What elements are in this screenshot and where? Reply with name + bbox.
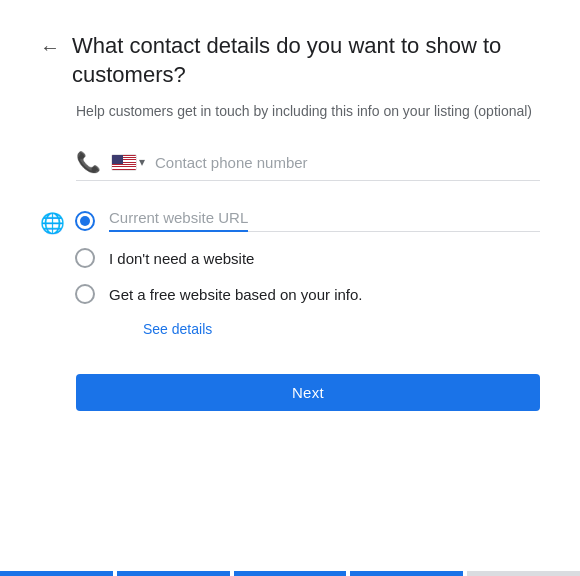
page-container: ← What contact details do you want to sh… [0,0,580,571]
radio-free-website[interactable] [75,284,95,304]
phone-placeholder[interactable]: Contact phone number [155,154,540,171]
radio-no-website[interactable] [75,248,95,268]
us-flag-icon [111,154,137,171]
progress-segment-2 [117,571,230,576]
option-current-website[interactable]: Current website URL [75,209,540,232]
header-row: ← What contact details do you want to sh… [40,32,540,89]
progress-segment-4 [350,571,463,576]
phone-input-row: 📞 ▾ [76,150,540,181]
free-website-label: Get a free website based on your info. [109,286,362,303]
progress-segment-3 [234,571,347,576]
progress-segment-1 [0,571,113,576]
page-title: What contact details do you want to show… [72,32,540,89]
current-url-placeholder[interactable]: Current website URL [109,209,248,232]
no-website-label: I don't need a website [109,250,254,267]
phone-icon: 📞 [76,150,101,174]
progress-bar [0,571,580,576]
subtitle-text: Help customers get in touch by including… [76,101,540,122]
radio-current-website[interactable] [75,211,95,231]
dropdown-arrow-icon: ▾ [139,155,145,169]
next-button[interactable]: Next [76,374,540,411]
radio-inner-dot [80,216,90,226]
option-no-website[interactable]: I don't need a website [75,248,540,268]
back-button[interactable]: ← [40,36,60,59]
see-details-link[interactable]: See details [143,321,212,337]
progress-segment-5 [467,571,580,576]
globe-icon: 🌐 [40,211,65,235]
website-section: 🌐 Current website URL I don't need a web… [40,209,540,338]
website-options: Current website URL I don't need a websi… [75,209,540,338]
country-selector[interactable]: ▾ [111,154,145,171]
option-free-website[interactable]: Get a free website based on your info. [75,284,540,304]
